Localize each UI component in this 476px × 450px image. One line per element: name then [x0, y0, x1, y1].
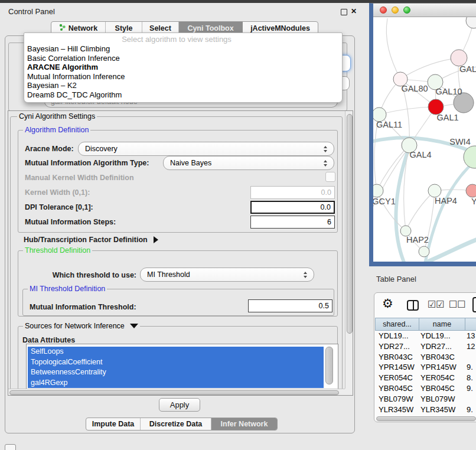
network-node-GAL7[interactable] — [451, 50, 467, 66]
combo-down-arrow-icon — [324, 150, 327, 152]
close-traffic-light[interactable] — [380, 6, 387, 14]
network-node-label: GAL80 — [401, 84, 428, 93]
manual-kernel-checkbox[interactable] — [325, 172, 335, 182]
table-cell: YPR145W — [375, 362, 419, 373]
bottom-left-icon[interactable] — [5, 444, 16, 450]
app-root: Control Panel ✕ galFiltered.sif default … — [0, 0, 476, 450]
network-edge[interactable] — [400, 58, 459, 79]
tab-label: Cyni Toolbox — [187, 24, 233, 32]
dropdown-item[interactable]: Mutual Information Inference — [24, 72, 342, 81]
mi-threshold-field[interactable]: 0.5 — [248, 299, 332, 312]
table-cell: YDL19... — [419, 331, 465, 341]
dropdown-item[interactable]: Basic Correlation Inference — [24, 54, 342, 63]
table-row[interactable]: YLR345WYLR345W9. — [375, 405, 476, 415]
mi-type-combo[interactable]: Naive Bayes — [163, 156, 334, 170]
network-node-label: Y — [471, 197, 476, 206]
column-header[interactable]: name — [419, 318, 465, 331]
mi-steps-field[interactable]: 6 — [250, 216, 335, 229]
tab-infer-network[interactable]: Infer Network — [211, 418, 277, 430]
network-window-titlebar[interactable] — [373, 4, 476, 17]
combo-up-arrow-icon — [324, 160, 327, 162]
tab-label: Network — [69, 24, 97, 32]
table-row[interactable]: YDR27...YDR27...12 — [375, 341, 476, 352]
list-item[interactable]: SelfLoops — [28, 347, 324, 357]
table-row[interactable]: YBR045CYBR045C9. — [375, 383, 476, 394]
network-node-HAP4[interactable] — [428, 184, 441, 197]
table-cell: 8. — [465, 373, 476, 383]
network-node-label: GAL10 — [435, 87, 462, 96]
network-edge[interactable] — [386, 18, 400, 79]
dpi-tolerance-field[interactable]: 0.0 — [250, 201, 335, 214]
dropdown-item[interactable]: Bayesian – K2 — [24, 81, 342, 90]
network-node-top-node[interactable] — [466, 17, 476, 28]
combo-down-arrow-icon — [324, 164, 327, 167]
table-cell: 9. — [465, 362, 476, 373]
table-row[interactable]: YBL079WYBL079W — [375, 394, 476, 405]
table-rows: YDL19...YDL19...13YDR27...YDR27...12YBR0… — [375, 331, 476, 418]
settings-scrollpane: Cyni Algorithm Settings Algorithm Defini… — [8, 110, 353, 396]
list-item[interactable]: TopologicalCoefficient — [28, 357, 324, 368]
list-item[interactable]: BetweennessCentrality — [28, 367, 324, 378]
gear-icon[interactable]: ⚙ — [382, 296, 393, 311]
aracne-mode-combo[interactable]: Discovery — [78, 142, 334, 156]
table-cell: 9. — [465, 383, 476, 394]
network-node-GCY1[interactable] — [373, 184, 383, 197]
table-row[interactable]: YER054CYER054C8. — [375, 373, 476, 383]
network-canvas[interactable]: GAL7GAL80GAL10GAL1GAL11SWI4GAL4GCY1HAP4Y… — [373, 17, 476, 262]
horizontal-scrollbar[interactable] — [8, 389, 345, 395]
network-node-bottom-node[interactable] — [419, 246, 429, 257]
group-title: Algorithm Definition — [23, 126, 90, 134]
collapse-down-icon — [130, 324, 138, 328]
minimize-traffic-light[interactable] — [392, 6, 399, 14]
zoom-traffic-light[interactable] — [403, 6, 410, 14]
list-scrollbar-thumb[interactable] — [325, 347, 333, 384]
dropdown-item[interactable]: Dream8 DC_TDC Algorithm — [24, 90, 342, 100]
control-panel-window: Control Panel ✕ galFiltered.sif default … — [0, 3, 366, 434]
group-title: Threshold Definition — [23, 246, 92, 255]
unselect-all-checks-icon[interactable]: ☐☐ — [449, 299, 466, 310]
tab-discretize-data[interactable]: Discretize Data — [141, 418, 211, 430]
horizontal-scrollbar-thumb[interactable] — [9, 390, 339, 395]
table-row[interactable]: YDL19...YDL19...13 — [375, 331, 476, 341]
column-header[interactable]: shared... — [375, 318, 419, 331]
bottom-tabbar: Impute DataDiscretize DataInfer Network — [86, 418, 278, 431]
columns-icon[interactable] — [407, 300, 419, 311]
data-attributes-list[interactable]: SelfLoopsTopologicalCoefficientBetweenne… — [26, 344, 338, 389]
mi-threshold-label: Mutual Information Threshold: — [30, 303, 136, 311]
table-mode-icon[interactable] — [472, 297, 476, 312]
tab-impute-data[interactable]: Impute Data — [86, 418, 141, 430]
table-cell: YBR043C — [375, 352, 419, 363]
network-node-Y[interactable] — [466, 184, 476, 197]
network-node-label: GAL4 — [409, 150, 431, 159]
table-hscrollbar-thumb[interactable] — [376, 416, 476, 421]
hub-section-label[interactable]: Hub/Transcription Factor Definition — [24, 236, 158, 244]
vertical-scrollbar[interactable] — [345, 111, 353, 389]
kernel-width-field[interactable]: 0.0 — [250, 186, 335, 199]
table-row[interactable]: YPR145WYPR145W9. — [375, 362, 476, 373]
which-threshold-combo[interactable]: MI Threshold — [140, 268, 314, 282]
network-view-window[interactable]: GAL7GAL80GAL10GAL1GAL11SWI4GAL4GCY1HAP4Y… — [369, 3, 476, 266]
table-cell: YBR043C — [419, 352, 465, 363]
tab-label: Style — [115, 24, 133, 32]
column-header[interactable] — [465, 318, 476, 331]
dropdown-item[interactable]: Bayesian – Hill Climbing — [24, 44, 342, 54]
mi-steps-label: Mutual Information Steps: — [25, 218, 116, 226]
list-item[interactable]: gal4RGexp — [28, 378, 324, 389]
dropdown-item[interactable]: ARACNE Algorithm — [24, 63, 342, 72]
network-edge[interactable] — [426, 234, 476, 262]
combo-down-arrow-icon — [304, 276, 307, 278]
table-cell: 9. — [465, 405, 476, 415]
tab-label: Select — [149, 24, 171, 32]
table-row[interactable]: YBR043CYBR043C — [375, 352, 476, 363]
settings-viewport: Cyni Algorithm Settings Algorithm Defini… — [8, 111, 345, 389]
select-all-checks-icon[interactable]: ☑☑ — [428, 299, 445, 310]
tab-label: Infer Network — [221, 420, 268, 428]
close-icon[interactable]: ✕ — [351, 7, 357, 15]
table-cell: YER054C — [419, 373, 465, 383]
apply-button[interactable]: Apply — [159, 398, 200, 412]
float-icon[interactable] — [341, 9, 347, 15]
window-title: Control Panel — [8, 7, 55, 16]
vertical-scrollbar-thumb[interactable] — [347, 114, 353, 334]
network-node-label: HAP4 — [435, 196, 457, 206]
group-title[interactable]: Sources for Network Inference — [23, 322, 140, 330]
